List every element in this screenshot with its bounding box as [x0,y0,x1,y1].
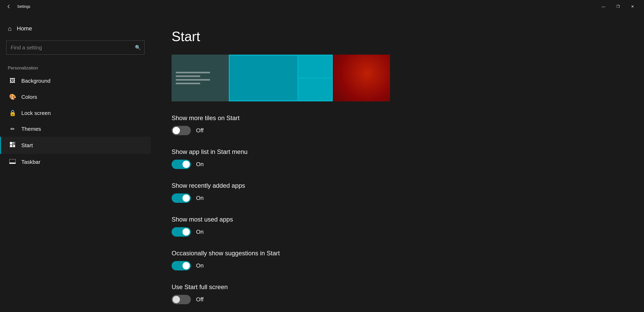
sidebar-item-lock-screen[interactable]: 🔒 Lock screen [0,105,151,121]
toggle-show-recently-added[interactable] [172,193,191,203]
window-title: Settings [17,4,30,9]
toggle-knob [183,194,190,202]
toggle-knob [183,228,190,236]
background-icon: 🖼 [9,77,16,84]
toggle-state-text: Off [196,127,204,134]
toggle-row: On [172,193,623,203]
nav-label: Background [21,78,50,84]
nav-label: Colors [21,94,37,100]
toggle-state-text: On [196,195,204,202]
svg-rect-7 [9,159,16,163]
close-button[interactable]: ✕ [625,0,640,13]
colors-icon: 🎨 [9,94,16,100]
minimize-button[interactable]: — [596,0,611,13]
start-icon [9,141,16,149]
toggle-row: On [172,160,623,169]
search-container: 🔍 [0,36,151,59]
nav-label: Start [21,142,33,148]
main-content: Start Show more tiles on Start [151,13,644,312]
maximize-button[interactable]: ❐ [611,0,625,13]
preview-left-panel [172,55,229,101]
title-bar-left: Settings [4,2,596,11]
setting-label: Show most used apps [172,216,623,223]
setting-show-app-list: Show app list in Start menu On [172,148,623,169]
preview-tiles-panel [229,55,333,101]
toggle-show-app-list[interactable] [172,160,191,169]
toggle-state-text: On [196,229,204,235]
svg-rect-5 [10,145,12,147]
tile-small-1 [298,56,332,77]
settings-window: Settings — ❐ ✕ ⌂ Home 🔍 Personaliz [0,0,644,312]
start-preview-image [172,55,390,101]
setting-label: Show recently added apps [172,182,623,189]
sidebar-home-button[interactable]: ⌂ Home [0,21,151,36]
sidebar-item-colors[interactable]: 🎨 Colors [0,89,151,105]
section-label: Personalization [0,61,151,73]
svg-rect-6 [13,145,15,147]
setting-show-more-tiles: Show more tiles on Start Off [172,114,623,135]
search-input[interactable] [6,45,131,51]
svg-rect-1 [13,142,14,143]
nav-label: Taskbar [21,159,41,165]
toggle-state-text: On [196,161,204,168]
svg-rect-2 [15,142,15,143]
setting-label: Occasionally show suggestions in Start [172,250,623,257]
preview-right-panel [333,55,390,101]
preview-line-2 [176,75,200,77]
toggle-row: Off [172,295,623,304]
svg-rect-8 [9,163,16,164]
home-label: Home [17,25,32,32]
page-title: Start [172,29,623,44]
taskbar-icon [9,159,16,165]
sidebar-item-background[interactable]: 🖼 Background [0,73,151,89]
toggle-knob [173,127,180,134]
sidebar-item-taskbar[interactable]: Taskbar [0,154,151,170]
setting-label: Show app list in Start menu [172,148,623,155]
toggle-use-start-fullscreen[interactable] [172,295,191,304]
toggle-row: Off [172,126,623,135]
setting-show-most-used: Show most used apps On [172,216,623,237]
lock-screen-icon: 🔒 [9,110,16,116]
setting-show-recently-added: Show recently added apps On [172,182,623,203]
sidebar: ⌂ Home 🔍 Personalization 🖼 Background 🎨 … [0,13,151,312]
toggle-knob [183,161,190,168]
svg-rect-3 [13,144,14,145]
toggle-state-text: Off [196,296,204,303]
search-icon[interactable]: 🔍 [131,41,144,54]
toggle-show-more-tiles[interactable] [172,126,191,135]
preview-line-4 [176,83,200,84]
tile-large [230,56,297,100]
toggle-show-suggestions[interactable] [172,261,191,270]
toggle-row: On [172,261,623,270]
sidebar-item-start[interactable]: Start [0,137,151,154]
toggle-knob [173,296,180,303]
toggle-show-most-used[interactable] [172,227,191,237]
setting-use-start-fullscreen: Use Start full screen Off [172,283,623,304]
toggle-state-text: On [196,262,204,269]
search-box: 🔍 [6,41,145,55]
preview-line-1 [176,72,210,73]
preview-line-3 [176,79,210,81]
toggle-knob [183,262,190,269]
nav-label: Themes [21,126,41,132]
setting-label: Use Start full screen [172,283,623,291]
svg-rect-0 [10,142,12,145]
themes-icon: ✏ [9,126,16,132]
tile-small-2 [298,79,332,100]
nav-label: Lock screen [21,110,51,116]
home-icon: ⌂ [8,25,12,32]
content-area: ⌂ Home 🔍 Personalization 🖼 Background 🎨 … [0,13,644,312]
setting-show-suggestions: Occasionally show suggestions in Start O… [172,250,623,270]
sidebar-item-themes[interactable]: ✏ Themes [0,121,151,137]
back-button[interactable] [4,2,14,11]
title-bar: Settings — ❐ ✕ [0,0,644,13]
title-bar-controls: — ❐ ✕ [596,0,640,13]
setting-label: Show more tiles on Start [172,114,623,122]
toggle-row: On [172,227,623,237]
svg-rect-4 [15,144,15,145]
